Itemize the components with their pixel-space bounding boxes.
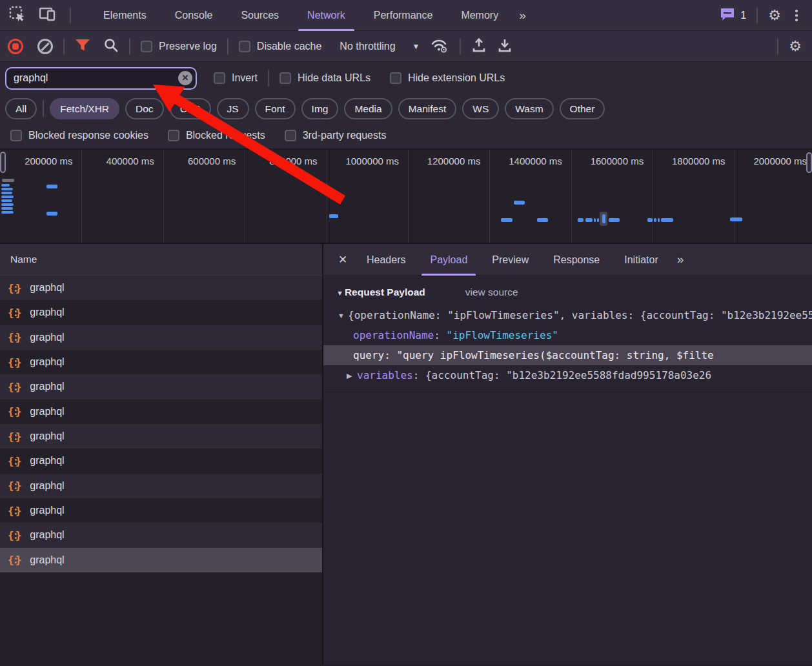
detail-tab-initiator[interactable]: Initiator	[612, 244, 670, 276]
throttling-select[interactable]: No throttling ▼	[340, 41, 420, 52]
filter-funnel-icon[interactable]	[75, 39, 90, 54]
table-row-graphql[interactable]: {}graphql	[0, 276, 322, 300]
table-row-graphql[interactable]: {}graphql	[0, 374, 322, 399]
tab-performance[interactable]: Performance	[360, 0, 447, 31]
chip-doc[interactable]: Doc	[125, 98, 164, 119]
waterfall-mark	[654, 218, 656, 222]
waterfall-mark	[594, 218, 596, 222]
blocked-response-cookies-checkbox[interactable]: Blocked response cookies	[10, 130, 148, 141]
chip-all[interactable]: All	[5, 98, 37, 119]
network-filter-row: ✕ Invert Hide data URLs Hide extension U…	[0, 62, 812, 94]
disable-cache-checkbox[interactable]: Disable cache	[239, 41, 322, 52]
timeline-range-handle[interactable]	[806, 152, 812, 173]
kebab-menu-icon[interactable]	[791, 8, 802, 23]
preserve-log-checkbox[interactable]: Preserve log	[141, 41, 217, 52]
device-toolbar-icon[interactable]	[39, 6, 57, 25]
table-row-graphql[interactable]: {}graphql	[0, 350, 322, 374]
network-conditions-icon[interactable]	[430, 37, 449, 56]
export-har-icon[interactable]	[497, 37, 513, 56]
table-row-graphql[interactable]: {}graphql	[0, 523, 322, 547]
table-row-graphql[interactable]: {}graphql	[0, 325, 322, 350]
close-details-icon[interactable]: ✕	[331, 253, 354, 267]
payload-row-operation-name[interactable]: operationName: "ipFlowTimeseries"	[323, 325, 812, 345]
tab-memory[interactable]: Memory	[447, 0, 513, 31]
issues-badge[interactable]: 1	[720, 7, 746, 24]
chip-font[interactable]: Font	[255, 98, 296, 119]
waterfall-mark	[1, 203, 14, 206]
timeline-tick-label: 1800000 ms	[653, 156, 734, 166]
tab-underline	[421, 274, 476, 276]
more-detail-tabs-icon[interactable]: »	[671, 244, 691, 275]
search-icon[interactable]	[103, 37, 119, 56]
checkbox	[168, 130, 179, 141]
detail-tab-headers[interactable]: Headers	[354, 244, 418, 276]
divider	[460, 38, 461, 55]
table-row-graphql[interactable]: {}graphql	[0, 449, 322, 473]
details-tabbar: ✕ HeadersPayloadPreviewResponseInitiator…	[323, 244, 812, 276]
checkbox	[214, 72, 225, 84]
table-row-graphql[interactable]: {}graphql	[0, 474, 322, 498]
waterfall-mark	[661, 218, 673, 222]
tab-sources[interactable]: Sources	[227, 0, 293, 31]
detail-tab-response[interactable]: Response	[541, 244, 612, 276]
invert-checkbox[interactable]: Invert	[214, 72, 258, 84]
timeline-tick-label: 400000 ms	[81, 156, 163, 166]
network-overview-timeline[interactable]: 200000 ms400000 ms600000 ms800000 ms1000…	[0, 150, 812, 244]
tab-network[interactable]: Network	[293, 0, 360, 31]
record-network-log-button[interactable]	[8, 39, 23, 54]
chip-img[interactable]: Img	[301, 98, 339, 119]
timeline-tick-label: 800000 ms	[245, 156, 326, 166]
chip-wasm[interactable]: Wasm	[505, 98, 553, 119]
chip-manifest[interactable]: Manifest	[398, 98, 457, 119]
timeline-range-handle[interactable]	[0, 152, 6, 173]
tab-console[interactable]: Console	[161, 0, 227, 31]
timeline-tick-label: 200000 ms	[0, 156, 81, 166]
chip-js[interactable]: JS	[217, 98, 249, 119]
chip-other[interactable]: Other	[560, 98, 605, 119]
hide-data-urls-checkbox[interactable]: Hide data URLs	[279, 72, 370, 84]
inspect-element-icon[interactable]	[9, 6, 26, 25]
more-tabs-icon[interactable]: »	[513, 0, 533, 31]
table-row-graphql[interactable]: {}graphql	[0, 399, 322, 424]
json-braces-icon: {}	[8, 282, 23, 294]
table-row-graphql[interactable]: {}graphql	[0, 548, 322, 572]
payload-row-variables[interactable]: ▶variables: {accountTag: "b12e3b2192ee55…	[323, 365, 812, 385]
tab-elements[interactable]: Elements	[89, 0, 161, 31]
request-name: graphql	[30, 356, 64, 368]
payload-row-query[interactable]: query: "query ipFlowTimeseries($accountT…	[323, 345, 812, 365]
json-braces-icon: {}	[8, 529, 23, 541]
checkbox	[239, 41, 250, 52]
3rd-party-requests-checkbox[interactable]: 3rd-party requests	[285, 130, 387, 141]
table-row-graphql[interactable]: {}graphql	[0, 498, 322, 523]
json-braces-icon: {}	[8, 307, 23, 319]
hide-extension-urls-checkbox[interactable]: Hide extension URLs	[390, 72, 505, 84]
json-braces-icon: {}	[8, 455, 23, 467]
clear-network-log-button[interactable]	[37, 39, 53, 54]
request-payload-section-header[interactable]: ▼ Request Payload view source	[323, 276, 812, 299]
request-name: graphql	[30, 307, 64, 318]
detail-tab-payload[interactable]: Payload	[418, 244, 480, 276]
waterfall-mark	[46, 212, 57, 216]
divider	[756, 7, 758, 24]
chip-media[interactable]: Media	[344, 98, 392, 119]
divider	[323, 392, 812, 392]
table-row-graphql[interactable]: {}graphql	[0, 424, 322, 449]
blocked-requests-checkbox[interactable]: Blocked requests	[168, 130, 265, 141]
name-column-header[interactable]: Name	[0, 244, 322, 276]
clear-filter-icon[interactable]: ✕	[178, 71, 192, 85]
waterfall-mark	[329, 214, 338, 218]
table-row-graphql[interactable]: {}graphql	[0, 300, 322, 325]
request-name: graphql	[30, 406, 64, 418]
import-har-icon[interactable]	[471, 37, 487, 56]
network-settings-gear-icon[interactable]: ⚙	[789, 39, 802, 54]
detail-tab-preview[interactable]: Preview	[480, 244, 541, 276]
chip-ws[interactable]: WS	[462, 98, 499, 119]
timeline-tick-label: 1600000 ms	[571, 156, 653, 166]
filter-input[interactable]	[5, 67, 197, 90]
chip-css[interactable]: CSS	[170, 98, 211, 119]
view-source-link[interactable]: view source	[465, 287, 518, 298]
settings-gear-icon[interactable]: ⚙	[768, 8, 781, 23]
chip-fetch-xhr[interactable]: Fetch/XHR	[50, 98, 119, 119]
checkbox	[141, 41, 152, 52]
payload-preview-line[interactable]: ▼{operationName: "ipFlowTimeseries", var…	[323, 305, 812, 325]
